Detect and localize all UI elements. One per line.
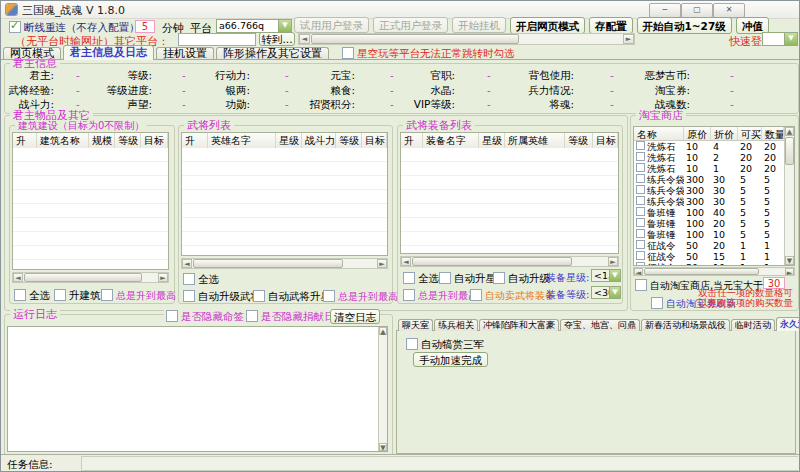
heroes-auto-level-checkbox[interactable]: 自动升级武将 <box>183 290 261 304</box>
scroll-left-icon[interactable]: ◄ <box>401 257 411 266</box>
scroll-up-icon[interactable]: ▲ <box>785 127 794 136</box>
scrollbar-thumb[interactable] <box>311 34 519 44</box>
shop-item-checkbox[interactable] <box>636 185 645 194</box>
building-always-max-checkbox[interactable]: 总是升到最高 <box>101 289 176 303</box>
scroll-down-icon[interactable]: ▼ <box>379 443 387 451</box>
reconnect-checkbox[interactable]: 断线重连（不存入配置） <box>9 21 140 35</box>
equipment-hscrollbar[interactable]: ◄ ► <box>400 256 619 267</box>
checkbox-box[interactable] <box>651 297 663 309</box>
scroll-left-icon[interactable]: ◄ <box>634 268 643 275</box>
chevron-down-icon[interactable]: ▼ <box>609 287 620 298</box>
shop-item-checkbox[interactable] <box>636 262 645 265</box>
top-horizontal-scrollbar[interactable]: ◄ ► <box>298 33 635 45</box>
shop-item-row[interactable]: 练兵令袋子3003055 <box>634 196 784 207</box>
quick-login-select[interactable]: ▼ <box>762 32 798 46</box>
shop-item-row[interactable]: 征战令501011 <box>634 262 784 265</box>
platform-select[interactable]: a66.766q ▼ <box>216 19 292 33</box>
heroes-select-all-checkbox[interactable]: 全选 <box>183 273 219 287</box>
checkbox-box[interactable] <box>439 272 451 284</box>
checkbox-box[interactable] <box>406 338 418 350</box>
scrollbar-thumb[interactable] <box>412 257 572 266</box>
checkbox-box[interactable] <box>183 290 195 302</box>
heroes-always-max-checkbox[interactable]: 总是升到最高 <box>323 290 398 304</box>
tab-activity-7[interactable]: 永久活动 <box>776 317 800 331</box>
scroll-down-icon[interactable]: ▼ <box>785 256 794 265</box>
shop-item-row[interactable]: 征战令502011 <box>634 240 784 251</box>
chevron-down-icon[interactable]: ▼ <box>609 270 620 281</box>
checkbox-box[interactable] <box>253 290 265 302</box>
close-icon[interactable]: ✕ <box>713 3 745 18</box>
shop-item-checkbox[interactable] <box>636 152 645 161</box>
building-select-all-checkbox[interactable]: 全选 <box>14 289 50 303</box>
shop-hscrollbar[interactable]: ◄ ► <box>633 267 795 276</box>
start-hang-button[interactable]: 开始挂机 <box>452 17 506 33</box>
checkbox-box[interactable] <box>101 289 113 301</box>
checkbox-box[interactable] <box>403 289 415 301</box>
checkbox-box[interactable] <box>635 279 647 291</box>
scroll-right-icon[interactable]: ► <box>785 268 794 275</box>
minimize-icon[interactable]: ─ <box>649 3 681 18</box>
equip-star-filter-select[interactable]: <1星 ▼ <box>591 269 621 282</box>
shop-item-checkbox[interactable] <box>636 141 645 150</box>
equipment-always-max-checkbox[interactable]: 总是升到最高 <box>403 289 478 303</box>
log-vscrollbar[interactable]: ▲ ▼ <box>378 327 387 451</box>
checkbox-box[interactable] <box>323 290 335 302</box>
shop-vscrollbar[interactable]: ▲ ▼ <box>784 127 794 265</box>
checkbox-box[interactable] <box>183 273 195 285</box>
heroes-auto-star-checkbox[interactable]: 自动武将升星 <box>253 290 331 304</box>
scrollbar-thumb[interactable] <box>24 273 142 282</box>
scroll-left-icon[interactable]: ◄ <box>13 273 23 282</box>
shop-item-checkbox[interactable] <box>636 218 645 227</box>
shop-table-body[interactable]: 洗炼石1042020洗炼石1022020洗炼石1012020练兵令袋子30030… <box>634 141 784 265</box>
trial-login-button[interactable]: 试用用户登录 <box>294 17 369 33</box>
open-web-mode-button[interactable]: 开启网页模式 <box>510 17 585 34</box>
shop-item-row[interactable]: 鲁班锤1002055 <box>634 218 784 229</box>
log-textarea[interactable] <box>7 326 388 452</box>
maximize-icon[interactable]: ▢ <box>681 3 713 18</box>
shop-item-row[interactable]: 练兵令袋子3003055 <box>634 185 784 196</box>
shop-item-row[interactable]: 征战令501511 <box>634 251 784 262</box>
shop-item-checkbox[interactable] <box>636 174 645 183</box>
reconnect-minutes-field[interactable]: 5 <box>135 20 155 33</box>
goto-button[interactable]: 转到... <box>259 32 295 46</box>
equipment-table-body[interactable] <box>401 148 618 253</box>
equip-level-filter-select[interactable]: <30级 ▼ <box>591 286 621 299</box>
building-upgrade-checkbox[interactable]: 升建筑 <box>54 289 101 303</box>
checkbox-box[interactable] <box>246 310 258 322</box>
manual-accelerate-button[interactable]: 手动加速完成 <box>413 352 488 367</box>
checkbox-box[interactable] <box>54 289 66 301</box>
building-hscrollbar[interactable]: ◄ ► <box>12 272 169 283</box>
checkbox-box[interactable] <box>166 310 178 322</box>
auto-level-button[interactable]: 开始自动1~27级 <box>637 17 732 34</box>
save-config-button[interactable]: 存配置 <box>589 17 633 34</box>
chevron-down-icon[interactable]: ▼ <box>278 20 291 32</box>
chevron-down-icon[interactable]: ▼ <box>784 33 797 45</box>
shop-item-checkbox[interactable] <box>636 163 645 172</box>
scroll-right-icon[interactable]: ► <box>608 257 618 266</box>
checkbox-box[interactable] <box>470 289 482 301</box>
equipment-auto-level-checkbox[interactable]: 自动升级 <box>493 272 550 286</box>
shop-item-checkbox[interactable] <box>636 207 645 216</box>
shop-item-checkbox[interactable] <box>636 196 645 205</box>
heroes-hscrollbar[interactable]: ◄ ► <box>181 258 388 269</box>
scroll-left-icon[interactable]: ◄ <box>299 34 310 44</box>
shop-item-row[interactable]: 洗炼石1012020 <box>634 163 784 174</box>
scrollbar-thumb[interactable] <box>785 137 794 165</box>
equipment-auto-sell-checkbox[interactable]: 自动卖武将装备 <box>470 289 555 303</box>
shop-item-row[interactable]: 练兵令袋子3003055 <box>634 174 784 185</box>
scroll-up-icon[interactable]: ▲ <box>379 327 387 335</box>
shop-item-checkbox[interactable] <box>636 229 645 238</box>
shop-item-row[interactable]: 鲁班锤1001055 <box>634 229 784 240</box>
scroll-left-icon[interactable]: ◄ <box>182 259 192 268</box>
shop-item-row[interactable]: 鲁班锤1004055 <box>634 207 784 218</box>
scroll-right-icon[interactable]: ► <box>158 273 168 282</box>
scroll-right-icon[interactable]: ► <box>623 34 634 44</box>
building-table-body[interactable] <box>13 148 168 269</box>
auto-reward-checkbox[interactable]: 自动犒赏三军 <box>406 338 484 352</box>
shop-item-checkbox[interactable] <box>636 251 645 260</box>
scrollbar-thumb[interactable] <box>193 259 343 268</box>
checkbox-box[interactable] <box>493 272 505 284</box>
star-platform-checkbox-box[interactable] <box>342 47 354 59</box>
scroll-right-icon[interactable]: ► <box>377 259 387 268</box>
equipment-select-all-checkbox[interactable]: 全选 <box>403 272 439 286</box>
